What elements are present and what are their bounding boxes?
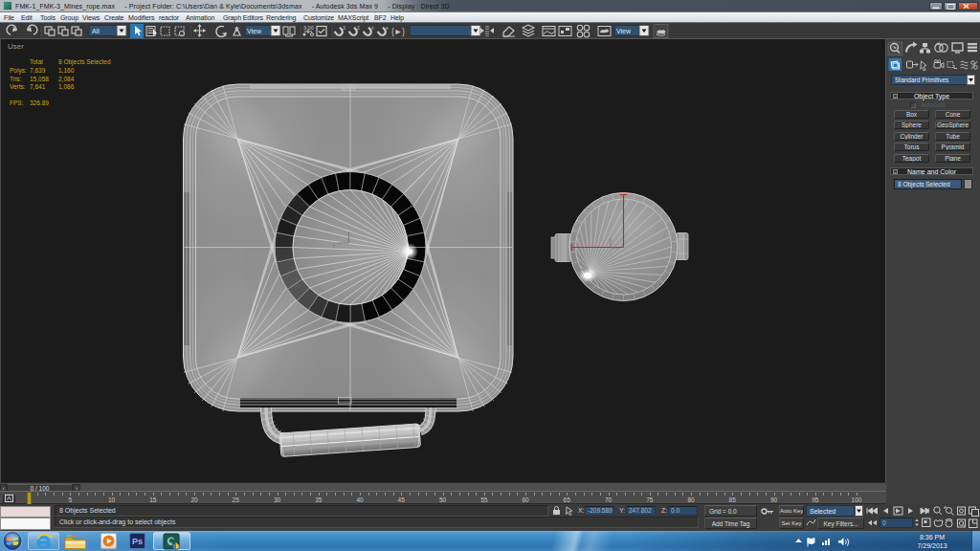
svg-text:2: 2 (357, 25, 360, 31)
svg-text:View: View (247, 28, 262, 34)
svg-text:{►}: {►} (391, 27, 405, 36)
svg-text:All: All (92, 28, 100, 34)
svg-text:View: View (616, 28, 632, 34)
svg-text:e: e (386, 25, 389, 31)
svg-text:3: 3 (343, 25, 345, 31)
svg-text:x: x (371, 25, 374, 31)
